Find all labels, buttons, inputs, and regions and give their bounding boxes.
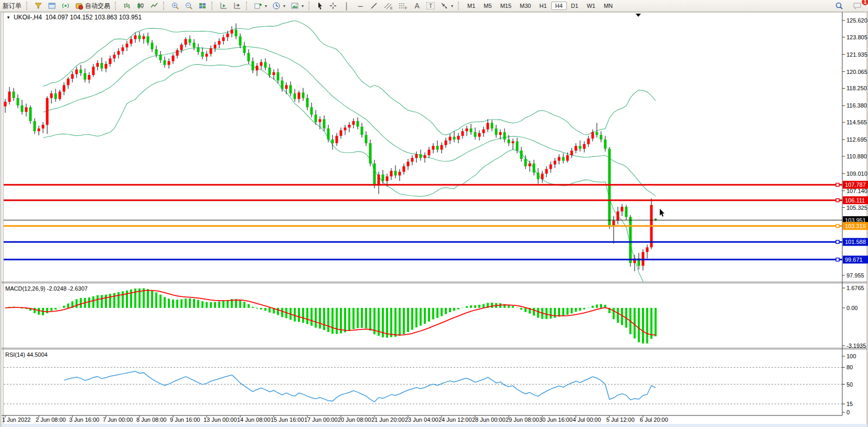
time-axis-label: 29 Jun 08:00 — [506, 417, 539, 423]
time-axis-label: 15 Jun 16:00 — [271, 417, 304, 423]
price-axis-label: 110.880 — [846, 153, 867, 159]
time-axis-label: 1 Jun 2022 — [2, 417, 30, 423]
time-axis-label: 4 Jul 00:00 — [573, 417, 601, 423]
price-axis-label: 125.620 — [846, 17, 867, 24]
crosshair-button[interactable] — [326, 1, 340, 11]
text-icon: A — [413, 2, 421, 10]
macd-axis-label: -3.1935 — [846, 343, 866, 349]
time-axis-label: 9 Jun 16:00 — [170, 417, 200, 423]
zoom-out-button[interactable] — [182, 1, 196, 11]
candlestick-chart-icon — [136, 2, 145, 10]
rsi-indicator-label: RSI(14) 44.5004 — [5, 351, 48, 358]
hline-handle[interactable] — [836, 225, 839, 228]
periods-button[interactable]: ▾ — [270, 1, 288, 11]
price-axis-label: 116.380 — [846, 102, 867, 109]
price-axis-label: 97.955 — [846, 272, 864, 279]
auto-scroll-button[interactable] — [230, 1, 244, 11]
notifications-button[interactable]: 1 — [850, 1, 865, 11]
time-axis-label: 20 Jun 08:00 — [338, 417, 371, 423]
tile-windows-icon — [198, 2, 207, 10]
arrows-icon — [440, 2, 448, 10]
time-axis-label: 5 Jul 12:00 — [606, 417, 635, 423]
timeframe-M5[interactable]: M5 — [479, 2, 496, 10]
hline-handle[interactable] — [836, 258, 839, 261]
tile-windows-button[interactable] — [196, 1, 209, 11]
time-axis-label: 2 Jun 08:00 — [36, 417, 66, 423]
cursor-icon — [316, 2, 324, 10]
price-badge-label: 101.588 — [845, 239, 866, 245]
templates-button[interactable]: ▾ — [288, 1, 306, 11]
time-axis-label: 24 Jun 12:00 — [438, 417, 472, 423]
time-axis-label: 8 Jun 08:00 — [136, 417, 167, 423]
hline-handle[interactable] — [836, 240, 839, 243]
signal-icon — [61, 2, 70, 10]
timeframe-group: M1M5M15M30H1H4D1W1MN — [463, 2, 617, 9]
chart-ohlc-values: 104.097 104.152 103.863 103.951 — [46, 14, 142, 21]
time-axis-label: 6 Jul 20:00 — [640, 417, 668, 423]
clock-icon — [272, 2, 281, 10]
chart-bars-button[interactable] — [120, 1, 134, 11]
zoom-in-button[interactable] — [168, 1, 182, 11]
chart-title: ▼UKOil-,H4 104.097 104.152 103.863 103.9… — [6, 14, 142, 21]
toolbar-grip — [26, 2, 29, 10]
add-indicator-icon — [254, 2, 262, 10]
price-axis-label: 114.565 — [846, 119, 867, 125]
rsi-axis-label: 50 — [846, 381, 853, 388]
cursor-button[interactable] — [314, 1, 326, 11]
mt4-application: 新订单 自动交易 — [0, 0, 868, 427]
terminal-button[interactable] — [45, 1, 59, 11]
timeframe-H1[interactable]: H1 — [535, 2, 551, 10]
timeframe-M15[interactable]: M15 — [496, 2, 516, 10]
funnel-button[interactable] — [31, 1, 45, 11]
vertical-line-button[interactable]: │ — [340, 1, 353, 11]
periods-caret: ▾ — [283, 4, 285, 8]
price-badge-label: 106.111 — [845, 197, 865, 204]
hline-handle[interactable] — [836, 183, 839, 186]
add-indicator-button[interactable]: ▾ — [251, 1, 270, 11]
toolbar-grip — [308, 2, 312, 10]
auto-trading-label: 自动交易 — [85, 2, 110, 10]
chart-symbol-period: UKOil-,H4 — [14, 14, 42, 21]
bars-chart-icon — [123, 2, 131, 10]
channel-button[interactable]: E — [381, 1, 395, 11]
trendline-button[interactable] — [367, 1, 381, 11]
price-axis-label: 105.325 — [846, 205, 867, 211]
arrows-button[interactable]: ▾ — [437, 1, 456, 11]
timeframe-W1[interactable]: W1 — [583, 2, 600, 10]
toolbar-right: 1 — [832, 0, 865, 12]
search-button[interactable] — [832, 1, 846, 11]
text-button[interactable]: A — [410, 1, 424, 11]
hline-handle[interactable] — [836, 199, 839, 202]
timeframe-MN[interactable]: MN — [599, 2, 617, 10]
time-axis-label: 13 Jun 00:00 — [203, 417, 237, 423]
price-axis-label: 121.935 — [846, 51, 867, 58]
horizontal-line-button[interactable]: ─ — [353, 1, 367, 11]
label-button[interactable]: T — [424, 1, 437, 11]
new-order-button[interactable]: 新订单 — [0, 1, 24, 11]
chart-line-button[interactable] — [147, 1, 161, 11]
price-badge-label: 99.671 — [845, 257, 863, 263]
timeframe-M1[interactable]: M1 — [463, 2, 479, 10]
macd-axis-label: 0.00 — [846, 305, 858, 311]
time-axis-label: 17 Jun 00:00 — [304, 417, 338, 423]
timeframe-M30[interactable]: M30 — [516, 2, 535, 10]
fibonacci-button[interactable]: F — [395, 1, 410, 11]
price-badge-label: 107.787 — [845, 182, 866, 188]
time-axis-label: 28 Jun 00:00 — [472, 417, 506, 423]
auto-trading-button[interactable]: 自动交易 — [72, 1, 113, 11]
macd-axis-label: 1.6765 — [846, 285, 864, 291]
auto-trading-icon — [75, 2, 83, 10]
templates-caret: ▾ — [302, 4, 304, 8]
price-axis-label: 120.065 — [846, 69, 867, 75]
chart-canvas[interactable]: 125.620123.805121.935120.065118.250116.3… — [0, 0, 868, 427]
chart-candles-button[interactable] — [134, 1, 147, 11]
timeframe-H4[interactable]: H4 — [551, 2, 567, 10]
toolbar-grip — [163, 2, 166, 10]
notification-badge: 1 — [862, 0, 868, 5]
price-badge-label: 103.319 — [845, 223, 866, 229]
signal-button[interactable] — [59, 1, 72, 11]
symbol-dropdown-icon[interactable]: ▼ — [6, 15, 10, 20]
timeframe-D1[interactable]: D1 — [567, 2, 583, 10]
rsi-axis-label: 15 — [846, 401, 853, 407]
chart-shift-button[interactable] — [217, 1, 230, 11]
